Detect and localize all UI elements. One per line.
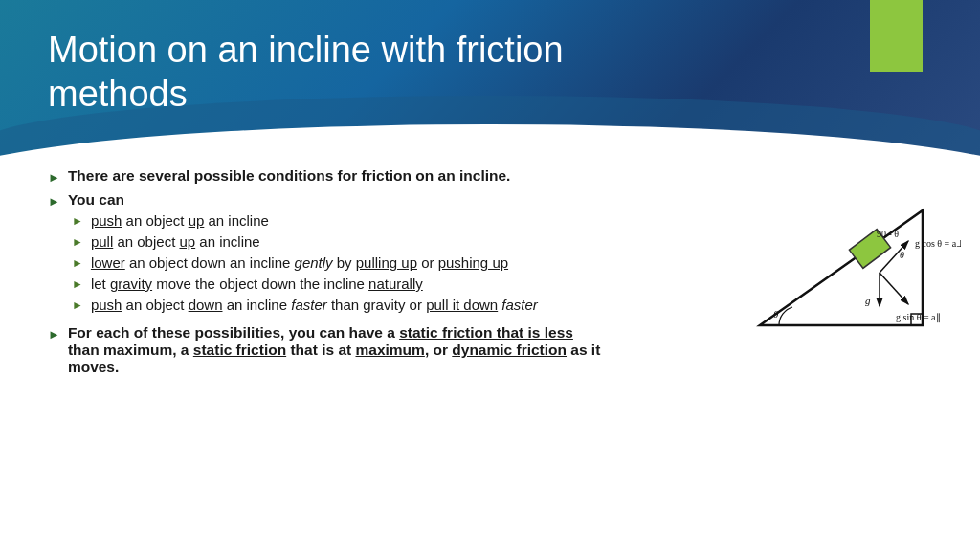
header: Motion on an incline with friction metho… bbox=[0, 0, 980, 163]
sub-bullet-list: ► push an object up an incline ► pull an… bbox=[48, 212, 538, 318]
bullet-1-text: There are several possible conditions fo… bbox=[68, 167, 511, 185]
sub-arrow-1: ► bbox=[72, 214, 83, 228]
sub-3-text: lower an object down an incline gently b… bbox=[91, 254, 508, 271]
bullet-2-text: You can bbox=[68, 191, 124, 209]
sub-item-1: ► push an object up an incline bbox=[72, 212, 538, 229]
accent-bar bbox=[870, 0, 923, 72]
sub-item-2: ► pull an object up an incline bbox=[72, 233, 538, 250]
content-area: ► There are several possible conditions … bbox=[48, 167, 951, 532]
main-bullet-list: ► There are several possible conditions … bbox=[48, 167, 951, 376]
bullet-arrow-3: ► bbox=[48, 327, 60, 342]
sub-5-text: push an object down an incline faster th… bbox=[91, 297, 538, 313]
bullet-3: ► For each of these possibilities, you c… bbox=[48, 324, 951, 376]
sub-4-text: let gravity move the object down the inc… bbox=[91, 276, 423, 292]
sub-arrow-4: ► bbox=[72, 277, 83, 291]
bullet-1: ► There are several possible conditions … bbox=[48, 167, 951, 185]
sub-1-text: push an object up an incline bbox=[91, 212, 269, 229]
sub-arrow-3: ► bbox=[72, 256, 83, 270]
sub-arrow-2: ► bbox=[72, 235, 83, 249]
bullet-3-text: For each of these possibilities, you can… bbox=[68, 324, 604, 376]
sub-arrow-5: ► bbox=[72, 298, 83, 312]
slide-title: Motion on an incline with friction metho… bbox=[48, 29, 564, 116]
sub-item-5: ► push an object down an incline faster … bbox=[72, 297, 538, 313]
bullet-2: ► You can ► push an object up an incline… bbox=[48, 191, 951, 318]
slide: Motion on an incline with friction metho… bbox=[0, 0, 980, 551]
bullet-arrow-2: ► bbox=[48, 194, 60, 209]
sub-item-3: ► lower an object down an incline gently… bbox=[72, 254, 538, 271]
sub-2-text: pull an object up an incline bbox=[91, 233, 260, 250]
sub-item-4: ► let gravity move the object down the i… bbox=[72, 276, 538, 292]
bullet-arrow-1: ► bbox=[48, 170, 60, 185]
